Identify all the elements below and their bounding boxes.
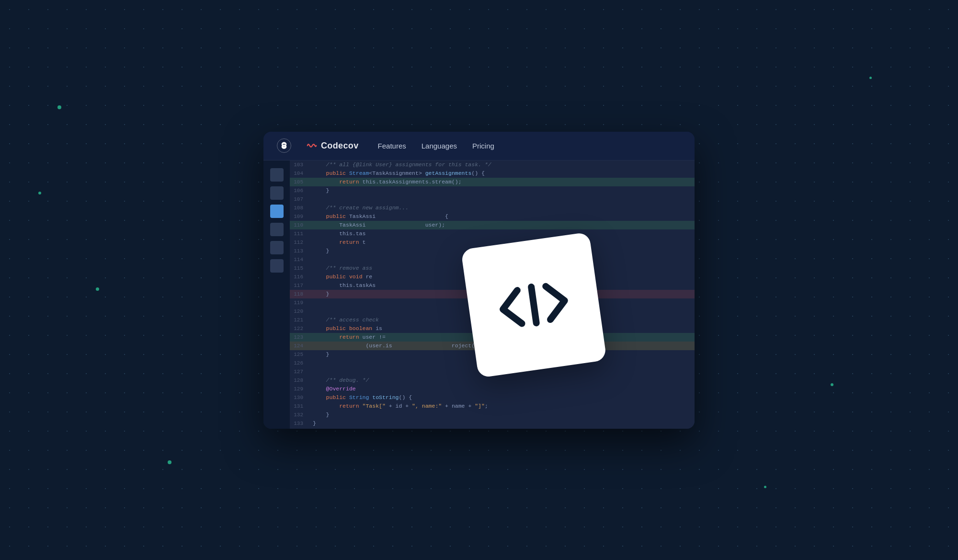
owl-icon [277, 138, 291, 153]
code-line-129: 129 @Override [290, 385, 695, 393]
accent-dot-4 [869, 77, 872, 79]
accent-dot-5 [831, 383, 833, 386]
code-symbol [492, 275, 575, 333]
nav-link-features[interactable]: Features [378, 142, 406, 150]
nav-link-languages[interactable]: Languages [422, 142, 457, 150]
code-line-110: 110 TaskAssi user); [290, 221, 695, 229]
sidebar-block-3[interactable] [270, 205, 284, 218]
code-line-108: 108 /** create new assignm... [290, 204, 695, 212]
sidebar-block-2[interactable] [270, 186, 284, 200]
code-brackets-svg [492, 275, 575, 333]
code-line-128: 128 /** debug. */ [290, 376, 695, 385]
accent-dot-7 [764, 486, 766, 488]
code-line-106: 106 } [290, 186, 695, 195]
code-line-131: 131 return "Task[" + id + ", name:" + na… [290, 402, 695, 411]
logo[interactable]: Codecov [307, 140, 359, 151]
svg-line-0 [531, 286, 536, 322]
code-line-103: 103 /** all {@link User} assignments for… [290, 160, 695, 169]
sidebar-block-1[interactable] [270, 168, 284, 182]
code-line-134: 134 [290, 428, 695, 429]
code-area: 103 /** all {@link User} assignments for… [290, 160, 695, 429]
code-line-105: 105 return this.taskAssignments.stream()… [290, 178, 695, 186]
code-line-132: 132 } [290, 411, 695, 419]
logo-squiggle-icon [307, 140, 317, 151]
code-line-107: 107 [290, 195, 695, 204]
nav-links: Features Languages Pricing [378, 142, 494, 150]
code-line-111: 111 this.tas [290, 229, 695, 238]
floating-code-card [460, 232, 606, 378]
accent-dot-3 [96, 287, 99, 291]
sidebar [263, 160, 290, 429]
nav-link-pricing[interactable]: Pricing [472, 142, 494, 150]
code-line-104: 104 public Stream<TaskAssignment> getAss… [290, 169, 695, 178]
code-line-130: 130 public String toString() { [290, 393, 695, 402]
code-line-109: 109 public TaskAssi { [290, 212, 695, 221]
sidebar-block-4[interactable] [270, 223, 284, 236]
code-line-133: 133 } [290, 419, 695, 428]
browser-window: Codecov Features Languages Pricing 103 /… [263, 132, 695, 429]
accent-dot-6 [168, 460, 171, 464]
navbar: Codecov Features Languages Pricing [263, 132, 695, 160]
sidebar-block-6[interactable] [270, 259, 284, 273]
accent-dot-1 [57, 105, 61, 109]
logo-text: Codecov [321, 141, 359, 151]
sidebar-block-5[interactable] [270, 241, 284, 254]
accent-dot-2 [38, 192, 41, 194]
content-area: 103 /** all {@link User} assignments for… [263, 160, 695, 429]
